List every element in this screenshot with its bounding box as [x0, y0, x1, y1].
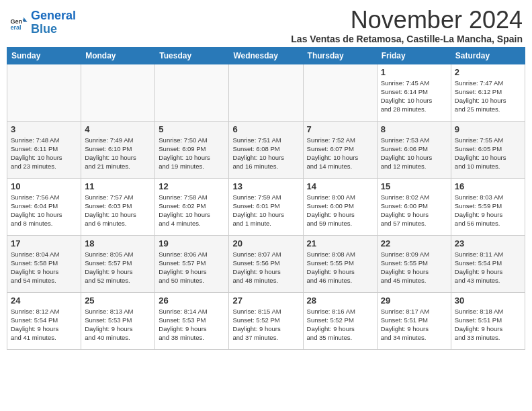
day-info: Sunrise: 8:08 AM Sunset: 5:55 PM Dayligh…	[307, 250, 373, 285]
title-area: November 2024 Las Ventas de Retamosa, Ca…	[291, 7, 523, 44]
day-cell: 5Sunrise: 7:50 AM Sunset: 6:09 PM Daylig…	[155, 121, 229, 178]
day-info: Sunrise: 8:11 AM Sunset: 5:54 PM Dayligh…	[455, 250, 521, 285]
page-header: Gen eral GeneralBlue November 2024 Las V…	[7, 7, 525, 44]
day-number: 2	[455, 67, 521, 77]
day-cell: 16Sunrise: 8:03 AM Sunset: 5:59 PM Dayli…	[451, 178, 525, 235]
weekday-header-tuesday: Tuesday	[155, 47, 229, 64]
day-number: 13	[232, 181, 299, 191]
weekday-header-row: SundayMondayTuesdayWednesdayThursdayFrid…	[7, 47, 525, 64]
day-info: Sunrise: 7:59 AM Sunset: 6:01 PM Dayligh…	[232, 193, 299, 228]
day-cell: 2Sunrise: 7:47 AM Sunset: 6:12 PM Daylig…	[451, 64, 525, 121]
day-cell: 25Sunrise: 8:13 AM Sunset: 5:53 PM Dayli…	[81, 292, 155, 349]
day-number: 4	[85, 124, 151, 134]
week-row-4: 17Sunrise: 8:04 AM Sunset: 5:58 PM Dayli…	[7, 235, 525, 292]
day-number: 24	[11, 295, 77, 306]
day-cell: 8Sunrise: 7:53 AM Sunset: 6:06 PM Daylig…	[377, 121, 451, 178]
day-cell: 22Sunrise: 8:09 AM Sunset: 5:55 PM Dayli…	[377, 235, 451, 292]
day-info: Sunrise: 7:52 AM Sunset: 6:07 PM Dayligh…	[307, 136, 373, 171]
day-cell: 17Sunrise: 8:04 AM Sunset: 5:58 PM Dayli…	[7, 235, 81, 292]
month-title: November 2024	[291, 7, 523, 34]
day-cell: 27Sunrise: 8:15 AM Sunset: 5:52 PM Dayli…	[229, 292, 303, 349]
day-cell: 7Sunrise: 7:52 AM Sunset: 6:07 PM Daylig…	[303, 121, 377, 178]
day-number: 17	[11, 238, 77, 248]
day-info: Sunrise: 8:03 AM Sunset: 5:59 PM Dayligh…	[455, 193, 521, 228]
weekday-header-sunday: Sunday	[7, 47, 81, 64]
location-title: Las Ventas de Retamosa, Castille-La Manc…	[291, 34, 523, 44]
day-info: Sunrise: 8:05 AM Sunset: 5:57 PM Dayligh…	[85, 250, 151, 285]
day-info: Sunrise: 8:09 AM Sunset: 5:55 PM Dayligh…	[381, 250, 447, 285]
day-info: Sunrise: 7:51 AM Sunset: 6:08 PM Dayligh…	[232, 136, 299, 171]
day-number: 18	[85, 238, 151, 248]
week-row-2: 3Sunrise: 7:48 AM Sunset: 6:11 PM Daylig…	[7, 121, 525, 178]
day-cell: 30Sunrise: 8:18 AM Sunset: 5:51 PM Dayli…	[451, 292, 525, 349]
day-info: Sunrise: 7:56 AM Sunset: 6:04 PM Dayligh…	[11, 193, 77, 228]
day-cell: 29Sunrise: 8:17 AM Sunset: 5:51 PM Dayli…	[377, 292, 451, 349]
day-cell: 26Sunrise: 8:14 AM Sunset: 5:53 PM Dayli…	[155, 292, 229, 349]
day-info: Sunrise: 7:48 AM Sunset: 6:11 PM Dayligh…	[11, 136, 77, 171]
day-cell: 10Sunrise: 7:56 AM Sunset: 6:04 PM Dayli…	[7, 178, 81, 235]
day-number: 28	[307, 295, 373, 306]
day-info: Sunrise: 7:47 AM Sunset: 6:12 PM Dayligh…	[455, 79, 521, 114]
day-number: 22	[381, 238, 447, 248]
day-info: Sunrise: 7:49 AM Sunset: 6:10 PM Dayligh…	[85, 136, 151, 171]
weekday-header-friday: Friday	[377, 47, 451, 64]
day-info: Sunrise: 7:55 AM Sunset: 6:05 PM Dayligh…	[455, 136, 521, 171]
day-cell: 21Sunrise: 8:08 AM Sunset: 5:55 PM Dayli…	[303, 235, 377, 292]
day-number: 7	[307, 124, 373, 134]
day-info: Sunrise: 8:17 AM Sunset: 5:51 PM Dayligh…	[381, 307, 447, 342]
day-cell	[229, 64, 303, 121]
day-number: 21	[307, 238, 373, 248]
day-cell: 1Sunrise: 7:45 AM Sunset: 6:14 PM Daylig…	[377, 64, 451, 121]
day-number: 20	[232, 238, 299, 248]
weekday-header-saturday: Saturday	[451, 47, 525, 64]
day-info: Sunrise: 8:06 AM Sunset: 5:57 PM Dayligh…	[159, 250, 225, 285]
day-info: Sunrise: 8:02 AM Sunset: 6:00 PM Dayligh…	[381, 193, 447, 228]
day-number: 1	[381, 67, 447, 77]
day-info: Sunrise: 8:12 AM Sunset: 5:54 PM Dayligh…	[11, 307, 77, 342]
day-number: 5	[159, 124, 225, 134]
day-cell: 20Sunrise: 8:07 AM Sunset: 5:56 PM Dayli…	[229, 235, 303, 292]
day-number: 23	[455, 238, 521, 248]
day-number: 6	[232, 124, 299, 134]
calendar-table: SundayMondayTuesdayWednesdayThursdayFrid…	[7, 47, 525, 350]
day-cell: 18Sunrise: 8:05 AM Sunset: 5:57 PM Dayli…	[81, 235, 155, 292]
day-number: 25	[85, 295, 151, 306]
day-info: Sunrise: 7:45 AM Sunset: 6:14 PM Dayligh…	[381, 79, 447, 114]
day-cell	[81, 64, 155, 121]
day-info: Sunrise: 8:14 AM Sunset: 5:53 PM Dayligh…	[159, 307, 225, 342]
day-number: 29	[381, 295, 447, 306]
day-number: 30	[455, 295, 521, 306]
day-cell: 14Sunrise: 8:00 AM Sunset: 6:00 PM Dayli…	[303, 178, 377, 235]
week-row-3: 10Sunrise: 7:56 AM Sunset: 6:04 PM Dayli…	[7, 178, 525, 235]
day-cell: 24Sunrise: 8:12 AM Sunset: 5:54 PM Dayli…	[7, 292, 81, 349]
day-info: Sunrise: 7:57 AM Sunset: 6:03 PM Dayligh…	[85, 193, 151, 228]
day-number: 11	[85, 181, 151, 191]
day-cell: 15Sunrise: 8:02 AM Sunset: 6:00 PM Dayli…	[377, 178, 451, 235]
day-number: 12	[159, 181, 225, 191]
day-cell: 11Sunrise: 7:57 AM Sunset: 6:03 PM Dayli…	[81, 178, 155, 235]
day-info: Sunrise: 7:50 AM Sunset: 6:09 PM Dayligh…	[159, 136, 225, 171]
day-info: Sunrise: 8:16 AM Sunset: 5:52 PM Dayligh…	[307, 307, 373, 342]
weekday-header-thursday: Thursday	[303, 47, 377, 64]
day-cell: 19Sunrise: 8:06 AM Sunset: 5:57 PM Dayli…	[155, 235, 229, 292]
day-number: 27	[232, 295, 299, 306]
day-info: Sunrise: 8:04 AM Sunset: 5:58 PM Dayligh…	[11, 250, 77, 285]
weekday-header-wednesday: Wednesday	[229, 47, 303, 64]
day-info: Sunrise: 8:07 AM Sunset: 5:56 PM Dayligh…	[232, 250, 299, 285]
day-cell: 12Sunrise: 7:58 AM Sunset: 6:02 PM Dayli…	[155, 178, 229, 235]
week-row-5: 24Sunrise: 8:12 AM Sunset: 5:54 PM Dayli…	[7, 292, 525, 349]
day-cell: 13Sunrise: 7:59 AM Sunset: 6:01 PM Dayli…	[229, 178, 303, 235]
day-cell	[303, 64, 377, 121]
day-cell: 3Sunrise: 7:48 AM Sunset: 6:11 PM Daylig…	[7, 121, 81, 178]
day-number: 9	[455, 124, 521, 134]
day-cell: 6Sunrise: 7:51 AM Sunset: 6:08 PM Daylig…	[229, 121, 303, 178]
day-cell: 28Sunrise: 8:16 AM Sunset: 5:52 PM Dayli…	[303, 292, 377, 349]
weekday-header-monday: Monday	[81, 47, 155, 64]
day-number: 10	[11, 181, 77, 191]
day-info: Sunrise: 7:58 AM Sunset: 6:02 PM Dayligh…	[159, 193, 225, 228]
day-cell: 9Sunrise: 7:55 AM Sunset: 6:05 PM Daylig…	[451, 121, 525, 178]
day-info: Sunrise: 8:00 AM Sunset: 6:00 PM Dayligh…	[307, 193, 373, 228]
day-number: 8	[381, 124, 447, 134]
day-number: 14	[307, 181, 373, 191]
day-cell	[7, 64, 81, 121]
